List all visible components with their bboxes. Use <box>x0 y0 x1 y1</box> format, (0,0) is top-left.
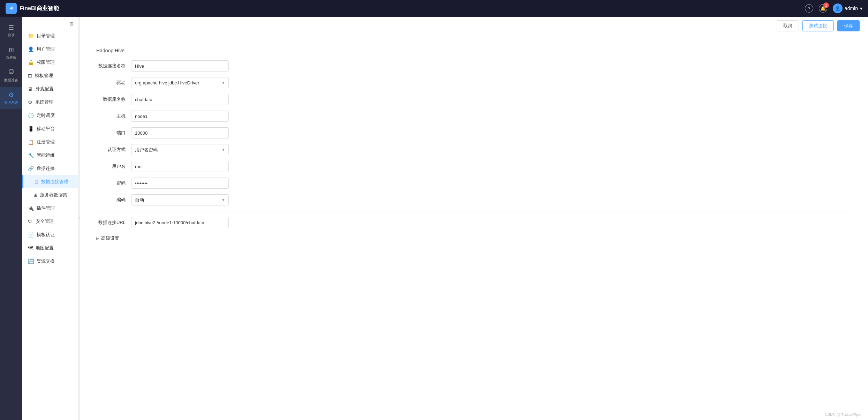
sidebar-item-admin[interactable]: ⚙ 管理系统 <box>0 87 22 109</box>
data-label: 数据准备 <box>4 78 18 83</box>
sidebar-item-security[interactable]: 🛡 安全管理 <box>22 215 78 228</box>
host-input[interactable] <box>131 111 229 122</box>
sidebar-item-server-dataset[interactable]: ⊞ 服务器数据集 <box>22 188 78 202</box>
username-row: 用户名 <box>96 161 852 172</box>
sidebar-item-label: 注册管理 <box>37 139 55 145</box>
url-label: 数据连接URL <box>96 219 131 226</box>
exchange-icon: 🔄 <box>28 258 34 264</box>
driver-select-wrapper: org.apache.hive.jdbc.HiveDriver ▼ <box>131 77 229 88</box>
sidebar: ⊠ 📁 目录管理 👤 用户管理 🔒 权限管理 ⊟ 模板管理 🖥 外观配置 ⚙ 系… <box>22 17 78 420</box>
sidebar-item-intelligent-ops[interactable]: 🔧 智能运维 <box>22 149 78 162</box>
sidebar-item-label: 权限管理 <box>37 59 55 66</box>
collapse-button[interactable]: ⊠ <box>22 20 78 29</box>
ops-icon: 🔧 <box>28 152 34 158</box>
driver-label: 驱动 <box>96 80 131 86</box>
sidebar-item-scheduled[interactable]: 🕐 定时调度 <box>22 109 78 122</box>
password-label: 密码 <box>96 180 131 186</box>
encoding-select[interactable]: 自动 UTF-8 GBK <box>131 194 229 205</box>
username-label: 用户名 <box>96 163 131 170</box>
url-row: 数据连接URL <box>96 217 852 228</box>
sidebar-item-template-mgmt[interactable]: ⊟ 模板管理 <box>22 69 78 82</box>
port-input[interactable] <box>131 127 229 138</box>
driver-select[interactable]: org.apache.hive.jdbc.HiveDriver <box>131 77 229 88</box>
sidebar-item-label: 地图配置 <box>36 245 54 251</box>
test-connection-button[interactable]: 测试连接 <box>802 20 834 31</box>
appearance-icon: 🖥 <box>28 86 33 92</box>
sidebar-item-user-mgmt[interactable]: 👤 用户管理 <box>22 43 78 56</box>
notification-badge: 2 <box>823 2 829 8</box>
admin-icon: ⚙ <box>8 91 14 99</box>
server-dataset-icon: ⊞ <box>33 193 37 198</box>
connection-name-row: 数据连接名称 <box>96 60 852 72</box>
sidebar-item-label: 定时调度 <box>37 112 55 119</box>
host-label: 主机 <box>96 113 131 119</box>
sidebar-item-data-connection[interactable]: 🔗 数据连接 <box>22 162 78 175</box>
password-input[interactable] <box>131 178 229 189</box>
form-container: Hadoop Hive 数据连接名称 驱动 org.apache.hive.jd… <box>80 35 868 420</box>
sidebar-sub-item-label: 数据连接管理 <box>41 179 68 185</box>
sidebar-sub-item-label: 服务器数据集 <box>40 192 67 198</box>
host-row: 主机 <box>96 111 852 122</box>
username-input[interactable] <box>131 161 229 172</box>
sidebar-item-label: 外观配置 <box>36 86 54 92</box>
notification-button[interactable]: 🔔 2 <box>819 4 827 13</box>
sidebar-item-appearance[interactable]: 🖥 外观配置 <box>22 82 78 96</box>
main-content: 取消 测试连接 保存 Hadoop Hive 数据连接名称 驱动 org.apa… <box>80 17 868 420</box>
app-logo: FineBI商业智能 <box>6 3 59 14</box>
footer-text: CSDN @学Java的jnm <box>825 412 862 417</box>
cancel-button[interactable]: 取消 <box>777 20 799 31</box>
driver-row: 驱动 org.apache.hive.jdbc.HiveDriver ▼ <box>96 77 852 88</box>
icon-nav: ☰ 目录 ⊞ 仪表板 数据准备 ⚙ 管理系统 <box>0 17 22 420</box>
encoding-row: 编码 自动 UTF-8 GBK ▼ <box>96 194 852 205</box>
form-section: Hadoop Hive 数据连接名称 驱动 org.apache.hive.jd… <box>86 41 862 250</box>
main-layout: ☰ 目录 ⊞ 仪表板 数据准备 ⚙ 管理系统 ⊠ � <box>0 17 868 420</box>
collapse-icon: ⊠ <box>69 21 74 27</box>
admin-nav-label: 管理系统 <box>4 100 18 105</box>
sidebar-item-data-connection-mgmt[interactable]: ⊡ 数据连接管理 <box>22 175 78 188</box>
sidebar-item-mobile[interactable]: 📱 移动平台 <box>22 122 78 135</box>
sidebar-item-label: 模板管理 <box>35 73 53 79</box>
directory-icon: ☰ <box>8 24 14 31</box>
mobile-icon: 📱 <box>28 126 34 132</box>
sidebar-item-resource-exchange[interactable]: 🔄 资源交换 <box>22 255 78 268</box>
save-button[interactable]: 保存 <box>837 20 860 31</box>
sidebar-item-data[interactable]: 数据准备 <box>0 64 22 87</box>
sidebar-item-dashboard[interactable]: ⊞ 仪表板 <box>0 42 22 64</box>
encoding-select-wrapper: 自动 UTF-8 GBK ▼ <box>131 194 229 205</box>
user-icon: 👤 <box>28 46 34 52</box>
advanced-settings-row[interactable]: ▶ 高级设置 <box>96 234 852 243</box>
admin-label: admin <box>845 6 858 11</box>
connection-name-label: 数据连接名称 <box>96 63 131 69</box>
sidebar-item-system-mgmt[interactable]: ⚙ 系统管理 <box>22 96 78 109</box>
auth-row: 认证方式 用户名密码 无认证 Kerberos ▼ <box>96 144 852 155</box>
help-button[interactable]: ? <box>805 4 813 13</box>
dashboard-icon: ⊞ <box>9 46 14 54</box>
svg-point-1 <box>9 69 13 71</box>
sidebar-item-map[interactable]: 🗺 地图配置 <box>22 241 78 255</box>
registration-icon: 📋 <box>28 139 34 145</box>
auth-label: 认证方式 <box>96 147 131 153</box>
db-name-input[interactable] <box>131 94 229 105</box>
sidebar-item-label: 插件管理 <box>37 205 55 211</box>
sidebar-item-template-auth[interactable]: 📄 模板认证 <box>22 228 78 241</box>
url-input[interactable] <box>131 217 229 228</box>
auth-select-wrapper: 用户名密码 无认证 Kerberos ▼ <box>131 144 229 155</box>
sidebar-item-label: 用户管理 <box>37 46 55 52</box>
connection-name-input[interactable] <box>131 60 229 72</box>
sidebar-item-directory-mgmt[interactable]: 📁 目录管理 <box>22 29 78 43</box>
encoding-label: 编码 <box>96 197 131 203</box>
chevron-down-icon: ▾ <box>860 6 862 11</box>
sidebar-item-plugin[interactable]: 🔌 插件管理 <box>22 202 78 215</box>
app-header: FineBI商业智能 ? 🔔 2 👤 admin ▾ <box>0 0 868 17</box>
sidebar-item-label: 目录管理 <box>37 33 55 39</box>
directory-label: 目录 <box>8 33 15 38</box>
sidebar-item-label: 资源交换 <box>37 258 55 264</box>
sidebar-item-registration[interactable]: 📋 注册管理 <box>22 135 78 149</box>
sidebar-item-directory[interactable]: ☰ 目录 <box>0 20 22 42</box>
admin-menu[interactable]: 👤 admin ▾ <box>833 3 862 13</box>
avatar: 👤 <box>833 3 843 13</box>
sidebar-item-permission-mgmt[interactable]: 🔒 权限管理 <box>22 56 78 69</box>
data-icon <box>8 68 14 76</box>
auth-select[interactable]: 用户名密码 无认证 Kerberos <box>131 144 229 155</box>
sidebar-item-label: 安全管理 <box>36 218 54 225</box>
